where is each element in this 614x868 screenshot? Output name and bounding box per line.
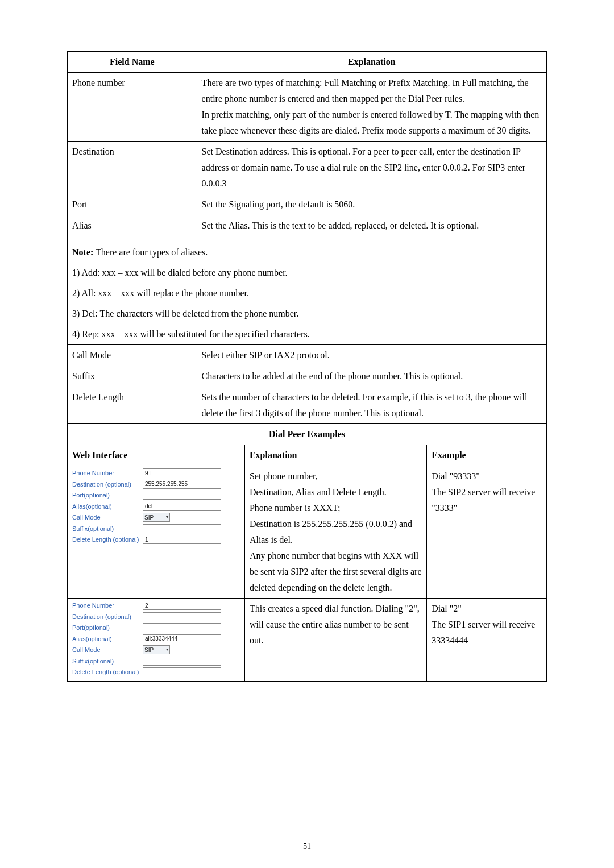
cell-explanation: Set the Alias. This is the text to be ad… — [197, 215, 546, 236]
form-label: Call Mode — [72, 645, 139, 655]
form-label: Alias(optional) — [72, 502, 139, 512]
explanation-cell: Set phone number, Destination, Alias and… — [244, 466, 426, 599]
delete-length-input[interactable]: 1 — [143, 535, 221, 544]
cell-explanation: Sets the number of characters to be dele… — [197, 387, 546, 424]
note-line: 2) All: xxx – xxx will replace the phone… — [68, 283, 547, 304]
dial-peer-heading-row: Dial Peer Examples — [68, 424, 547, 445]
form-label: Port(optional) — [72, 623, 139, 633]
web-interface-cell: Phone Number2 Destination (optional) Por… — [68, 599, 245, 682]
delete-length-input[interactable] — [143, 667, 221, 676]
cell-explanation: Set Destination address. This is optiona… — [197, 142, 546, 194]
cell-field: Delete Length — [68, 387, 197, 424]
form-label: Suffix(optional) — [72, 524, 139, 534]
suffix-input[interactable] — [143, 524, 221, 533]
form-label: Port(optional) — [72, 491, 139, 500]
alias-input[interactable]: all:33334444 — [143, 634, 221, 643]
field-explanation-table: Field Name Explanation Phone number Ther… — [67, 51, 547, 424]
call-mode-select[interactable]: SIP▾ — [143, 513, 170, 522]
alias-input[interactable]: del — [143, 502, 221, 511]
note-line: 1) Add: xxx – xxx will be dialed before … — [68, 263, 547, 283]
page-number: 51 — [0, 842, 614, 851]
cell-field: Alias — [68, 215, 197, 236]
dial-peer-row: Phone Number2 Destination (optional) Por… — [68, 599, 547, 682]
note-heading: Note: — [72, 247, 93, 257]
note-heading-rest: There are four types of aliases. — [93, 247, 208, 257]
chevron-down-icon: ▾ — [166, 514, 168, 521]
header-web-interface: Web Interface — [68, 445, 245, 466]
cell-explanation: Characters to be added at the end of the… — [197, 366, 546, 387]
cell-explanation: There are two types of matching: Full Ma… — [197, 73, 546, 142]
table-row: Alias Set the Alias. This is the text to… — [68, 215, 547, 236]
table-row: Delete Length Sets the number of charact… — [68, 387, 547, 424]
cell-field: Destination — [68, 142, 197, 194]
phone-number-input[interactable]: 9T — [143, 468, 221, 477]
form-label: Destination (optional) — [72, 480, 139, 489]
document-page: Field Name Explanation Phone number Ther… — [0, 0, 614, 868]
suffix-input[interactable] — [143, 657, 221, 666]
table-row: Port Set the Signaling port, the default… — [68, 194, 547, 215]
form-label: Destination (optional) — [72, 612, 139, 622]
port-input[interactable] — [143, 491, 221, 500]
explanation-cell: This creates a speed dial function. Dial… — [244, 599, 426, 682]
config-form-mock: Phone Number2 Destination (optional) Por… — [72, 601, 240, 677]
cell-field: Port — [68, 194, 197, 215]
call-mode-select[interactable]: SIP▾ — [143, 645, 170, 654]
note-line: 3) Del: The characters will be deleted f… — [68, 304, 547, 324]
example-cell: Dial "2" The SIP1 server will receive 33… — [427, 599, 547, 682]
example-cell: Dial "93333" The SIP2 server will receiv… — [427, 466, 547, 599]
form-label: Phone Number — [72, 468, 139, 478]
form-label: Call Mode — [72, 513, 139, 522]
config-form-mock: Phone Number9T Destination (optional)255… — [72, 468, 240, 545]
dial-peer-heading: Dial Peer Examples — [68, 424, 547, 445]
destination-input[interactable] — [143, 612, 221, 621]
chevron-down-icon: ▾ — [166, 646, 168, 653]
header-explanation: Explanation — [197, 52, 546, 73]
table-row: Call Mode Select either SIP or IAX2 prot… — [68, 345, 547, 366]
phone-number-input[interactable]: 2 — [143, 601, 221, 610]
form-label: Suffix(optional) — [72, 657, 139, 666]
note-block: Note: There are four types of aliases. — [68, 236, 547, 263]
cell-field: Call Mode — [68, 345, 197, 366]
port-input[interactable] — [143, 623, 221, 632]
form-label: Phone Number — [72, 601, 139, 610]
dial-peer-row: Phone Number9T Destination (optional)255… — [68, 466, 547, 599]
form-label: Delete Length (optional) — [72, 667, 139, 677]
destination-input[interactable]: 255.255.255.255 — [143, 480, 221, 489]
note-line: 4) Rep: xxx – xxx will be substituted fo… — [68, 324, 547, 345]
select-value: SIP — [144, 513, 154, 522]
header-field-name: Field Name — [68, 52, 197, 73]
table-row: Suffix Characters to be added at the end… — [68, 366, 547, 387]
header-explanation: Explanation — [244, 445, 426, 466]
form-label: Alias(optional) — [72, 634, 139, 644]
cell-explanation: Select either SIP or IAX2 protocol. — [197, 345, 546, 366]
table-row: Destination Set Destination address. Thi… — [68, 142, 547, 194]
dial-peer-table: Dial Peer Examples Web Interface Explana… — [67, 424, 547, 682]
cell-field: Suffix — [68, 366, 197, 387]
web-interface-cell: Phone Number9T Destination (optional)255… — [68, 466, 245, 599]
table-row: Phone number There are two types of matc… — [68, 73, 547, 142]
cell-field: Phone number — [68, 73, 197, 142]
form-label: Delete Length (optional) — [72, 535, 139, 545]
cell-explanation: Set the Signaling port, the default is 5… — [197, 194, 546, 215]
select-value: SIP — [144, 646, 154, 654]
header-example: Example — [427, 445, 547, 466]
